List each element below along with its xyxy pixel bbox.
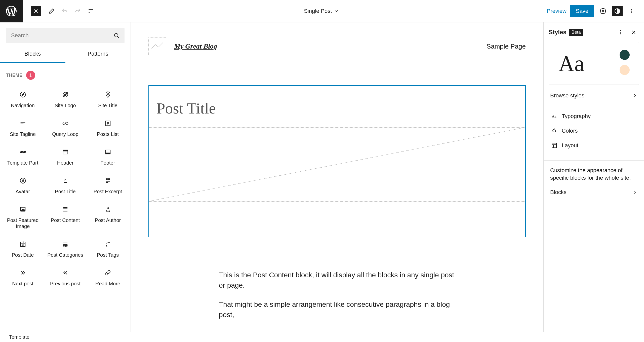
block-item-post-content[interactable]: Post Content [44,200,87,235]
compass-icon [19,91,27,98]
settings-button[interactable] [598,6,608,16]
edit-tool-button[interactable] [46,6,57,16]
wordpress-logo-button[interactable] [0,0,23,22]
chevron-down-icon [334,9,339,14]
selected-block-group[interactable]: Post Title [148,85,526,237]
redo-button[interactable] [72,6,83,16]
beta-badge: Beta [569,29,583,36]
site-title[interactable]: My Great Blog [174,42,217,50]
block-item-site-logo[interactable]: Site Logo [44,85,87,114]
svg-point-31 [620,33,621,34]
chevron-right-icon [632,190,637,195]
block-item-header[interactable]: Header [44,143,87,171]
block-item-post-tags[interactable]: Post Tags [87,235,129,263]
close-styles-button[interactable] [628,27,639,37]
post-title-placeholder[interactable]: Post Title [149,86,525,127]
block-item-previous-post[interactable]: Previous post [44,263,87,292]
tmpl-part-icon [19,148,27,156]
undo-button[interactable] [59,6,70,16]
lines-short-icon [19,120,27,127]
p-letter-icon: P [62,177,69,184]
section-theme-label: THEME [6,73,23,78]
site-header: My Great Blog Sample Page [148,37,526,55]
preview-button[interactable]: Preview [547,8,567,14]
search-icon [113,32,119,39]
svg-point-23 [107,207,109,209]
contrast-icon [614,8,621,14]
block-item-footer[interactable]: Footer [87,143,129,171]
search-box[interactable] [6,28,125,43]
block-item-post-author[interactable]: Post Author [87,200,129,235]
block-item-template-part[interactable]: Template Part [2,143,44,171]
block-item-avatar[interactable]: Avatar [2,171,44,200]
editor-canvas[interactable]: My Great Blog Sample Page Post Title Thi… [131,22,543,332]
toolbar-tools [46,6,96,16]
color-swatch-dark [620,50,630,60]
svg-point-29 [620,30,621,31]
document-title[interactable]: Single Post [96,8,547,14]
styles-typography-button[interactable]: Aa Typography [544,109,644,124]
styles-colors-button[interactable]: Colors [544,124,644,138]
svg-point-4 [631,12,632,13]
site-logo-placeholder[interactable] [148,37,166,55]
tab-blocks[interactable]: Blocks [0,46,65,63]
block-label: Posts List [97,131,119,137]
block-label: Post Categories [47,252,83,258]
block-item-site-title[interactable]: Site Title [87,85,129,114]
block-label: Template Part [7,160,38,166]
tags-icon [104,240,112,248]
styles-blocks-button[interactable]: Blocks [544,181,644,203]
svg-text:2: 2 [22,244,23,246]
svg-point-19 [22,179,24,181]
close-icon [33,8,39,14]
block-item-query-loop[interactable]: Query Loop [44,114,87,143]
svg-point-26 [63,245,64,246]
tab-patterns[interactable]: Patterns [65,46,131,63]
block-item-post-date[interactable]: 2Post Date [2,235,44,263]
link-icon [104,269,112,277]
search-wrap [0,22,131,46]
block-item-navigation[interactable]: Navigation [2,85,44,114]
block-item-post-excerpt[interactable]: Post Excerpt [87,171,129,200]
more-vertical-icon [629,8,635,14]
style-swatches [620,50,630,75]
close-inserter-button[interactable] [31,6,41,16]
more-options-button[interactable] [626,6,637,16]
disc-strike-icon [62,91,69,98]
block-item-site-tagline[interactable]: Site Tagline [2,114,44,143]
chevrons-left-icon [62,269,69,277]
block-item-posts-list[interactable]: Posts List [87,114,129,143]
block-label: Site Title [98,102,117,108]
styles-layout-button[interactable]: Layout [544,138,644,153]
footer-icon [104,148,112,156]
styles-more-button[interactable] [615,27,626,37]
styles-blocks-label: Blocks [550,189,567,196]
block-item-post-categories[interactable]: Post Categories [44,235,87,263]
save-button[interactable]: Save [570,5,594,17]
list-view-button[interactable] [86,6,96,16]
gear-icon [600,8,606,14]
block-label: Footer [101,160,115,166]
svg-point-27 [65,245,66,246]
header-icon [62,148,69,156]
block-item-post-title[interactable]: PPost Title [44,171,87,200]
map-pin-icon [104,91,112,98]
block-item-read-more[interactable]: Read More [87,263,129,292]
featured-image-placeholder[interactable] [149,127,525,202]
inserter-tabs: Blocks Patterns [0,46,131,63]
browse-styles-button[interactable]: Browse styles [544,87,644,109]
block-item-post-featured-image[interactable]: Post Featured Image [2,200,44,235]
close-icon [631,29,636,35]
styles-button[interactable] [612,6,623,16]
breadcrumb-template[interactable]: Template [9,334,29,340]
list-view-icon [88,8,94,14]
layout-icon [551,142,557,148]
posts-list-icon [104,120,112,127]
search-input[interactable] [11,32,113,39]
style-preview-card[interactable]: Aa [549,42,639,85]
avatar-icon [19,177,27,184]
nav-link-sample-page[interactable]: Sample Page [487,43,526,50]
site-header-left: My Great Blog [148,37,217,55]
author-icon [104,206,112,213]
block-item-next-post[interactable]: Next post [2,263,44,292]
